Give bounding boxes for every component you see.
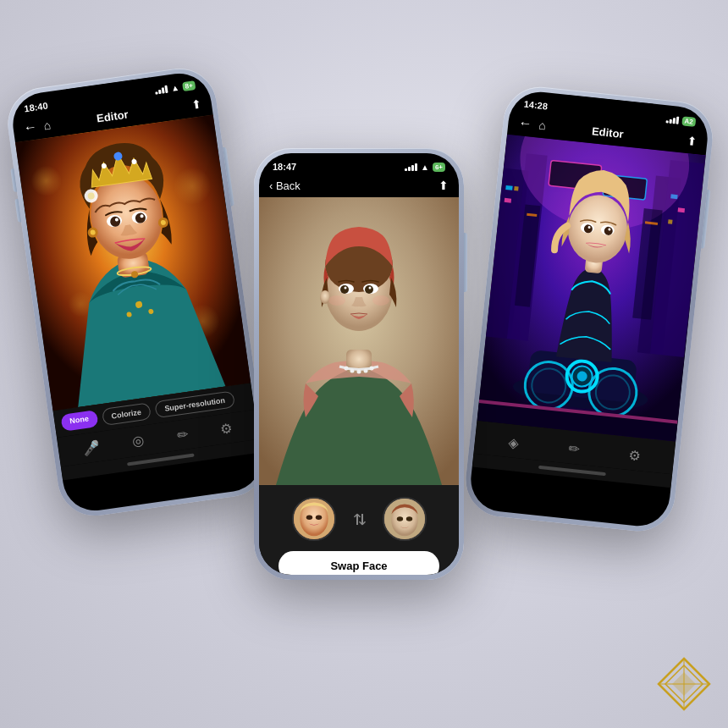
face-circle-source[interactable] [292,497,336,541]
face-circles: ⇄ [292,497,427,541]
face-detect-tool-right[interactable]: ◈ [508,434,520,451]
sliders-icon: ⚙ [219,420,234,438]
back-label-center: Back [276,179,301,192]
svg-point-40 [365,285,373,294]
face-tool[interactable]: ◎ [131,433,146,450]
back-btn-right[interactable]: ← [518,115,533,132]
swap-panel: ⇄ [259,485,459,575]
phone-center-screen: 18:47 ▲ 6+ ‹ Back ⬆ [259,153,459,575]
svg-point-44 [328,295,345,306]
princess-photo [15,114,251,411]
svg-rect-63 [678,207,685,212]
svg-point-52 [396,516,402,521]
svg-rect-60 [505,198,511,203]
svg-point-33 [364,369,368,373]
nav-title-right: Editor [591,124,624,141]
brush-tool[interactable]: ✏ [176,426,190,444]
portrait-photo [259,197,459,485]
mic-tool[interactable]: 🎤 [82,438,101,457]
source-face-img [294,499,334,539]
target-face-img [384,499,425,539]
watermark: DESIGNERS .ORG [657,657,711,711]
sliders-tool-right[interactable]: ⚙ [628,447,642,464]
signal-center [405,163,417,171]
swap-face-button[interactable]: Swap Face [279,551,440,575]
sliders-tool[interactable]: ⚙ [219,420,234,438]
svg-point-32 [357,370,361,374]
cyber-photo [477,135,705,442]
face-circle-target[interactable] [383,497,427,541]
status-bar-center: 18:47 ▲ 6+ [259,153,459,175]
designers-org-logo: DESIGNERS .ORG [657,657,711,711]
face-icon: ◎ [131,433,146,450]
svg-rect-64 [668,219,672,223]
time-left: 18:40 [24,101,49,114]
home-bar-left [127,454,195,466]
brush-icon-right: ✏ [567,440,580,457]
back-btn-left[interactable]: ← [23,119,38,136]
signal-left [154,85,168,95]
home-btn-left[interactable]: ⌂ [42,118,52,132]
sliders-icon-right: ⚙ [628,447,642,464]
share-btn-center[interactable]: ⬆ [438,179,449,192]
home-btn-right[interactable]: ⌂ [538,119,547,133]
svg-point-39 [340,285,349,294]
svg-rect-61 [514,186,518,190]
princess-illustration [15,114,251,411]
wifi-left: ▲ [170,82,179,92]
status-icons-center: ▲ 6+ [405,163,445,172]
svg-point-34 [370,367,374,371]
phone-left: 18:40 ▲ 8+ ← ⌂ Editor ⬆ [3,63,272,521]
swap-arrows-icon[interactable]: ⇄ [353,510,366,528]
cyber-illustration [477,135,705,442]
svg-point-49 [315,515,321,520]
signal-right [665,114,679,124]
share-btn-left[interactable]: ⬆ [190,97,202,112]
phone-center: 18:47 ▲ 6+ ‹ Back ⬆ [254,148,464,580]
share-btn-right[interactable]: ⬆ [687,134,698,148]
status-icons-right: A2 [665,114,696,127]
face-detect-icon: ◈ [508,434,520,451]
status-icons-left: ▲ 8+ [154,80,196,96]
chip-colorize[interactable]: Colorize [101,402,152,426]
phone-right: 14:28 A2 ← ⌂ Editor ⬆ [462,83,716,534]
brush-icon: ✏ [176,426,190,444]
phone-left-screen: 18:40 ▲ 8+ ← ⌂ Editor ⬆ [8,69,265,515]
home-bar-right [538,466,606,476]
wifi-center: ▲ [421,163,429,172]
svg-point-41 [345,287,347,290]
battery-badge-center: 6+ [433,163,445,172]
svg-point-30 [345,367,349,371]
nav-bar-center: ‹ Back ⬆ [259,175,459,197]
chip-none[interactable]: None [60,410,98,432]
svg-point-42 [369,287,372,290]
nav-title-left: Editor [96,108,129,124]
brush-tool-right[interactable]: ✏ [567,440,580,457]
svg-point-45 [372,295,389,306]
back-btn-center[interactable]: ‹ Back [269,179,301,192]
battery-badge-left: 8+ [182,80,196,91]
svg-point-43 [320,290,330,304]
svg-rect-59 [505,185,512,190]
mic-icon: 🎤 [82,438,101,457]
phone-right-screen: 14:28 A2 ← ⌂ Editor ⬆ [468,89,711,529]
time-center: 18:47 [273,162,296,172]
portrait-illustration [259,197,459,485]
time-right: 14:28 [523,99,548,112]
svg-point-31 [350,369,355,373]
svg-point-48 [306,515,312,520]
battery-badge-right: A2 [681,116,696,127]
svg-point-53 [405,516,411,521]
